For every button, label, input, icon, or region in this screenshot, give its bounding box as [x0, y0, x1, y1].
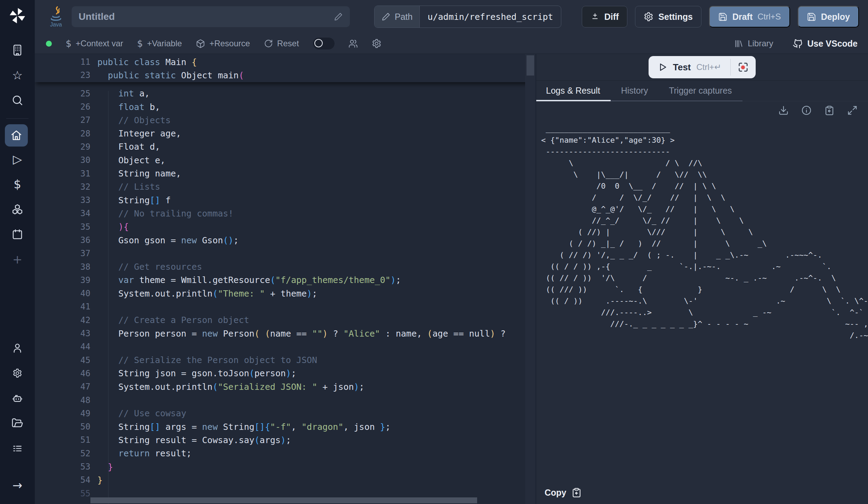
expand-icon[interactable] [847, 105, 858, 116]
code-line-41[interactable]: 41 [35, 300, 536, 313]
line-number: 30 [35, 155, 90, 165]
code-line-54[interactable]: 54} [35, 473, 536, 487]
sidebar-item-folder[interactable] [5, 411, 30, 436]
code-line-33[interactable]: 33 String[] f [35, 194, 536, 207]
editor-horizontal-scrollbar-thumb[interactable] [90, 497, 477, 503]
top-bar: Java Untitled Path u/admin/refreshed_scr… [35, 0, 868, 33]
script-title-input[interactable]: Untitled [72, 6, 350, 27]
library-button[interactable]: Library [734, 39, 773, 48]
code-line-27[interactable]: 27 // Objects [35, 113, 536, 127]
code-line-11[interactable]: 11public class Main { [35, 55, 536, 69]
code-line-26[interactable]: 26 float b, [35, 100, 536, 113]
code-line-23[interactable]: 23 public static Object main( [35, 69, 536, 82]
tab-logs-result[interactable]: Logs & Result [536, 81, 611, 101]
add-resource-button[interactable]: +Resource [196, 39, 250, 48]
line-number: 53 [35, 462, 90, 472]
status-dot [46, 41, 52, 47]
tab-history[interactable]: History [611, 81, 659, 101]
code-text: // Lists [97, 182, 160, 192]
draft-button[interactable]: Draft Ctrl+S [709, 6, 790, 27]
code-line-32[interactable]: 32 // Lists [35, 180, 536, 194]
sidebar-item-gear[interactable] [5, 361, 30, 386]
capture-run-button[interactable] [731, 56, 756, 78]
code-text: Float d, [97, 142, 160, 152]
add-resource-label: +Resource [209, 39, 250, 48]
sidebar-item-person[interactable] [5, 336, 30, 361]
line-number: 51 [35, 435, 90, 445]
line-number: 44 [35, 342, 90, 352]
diff-button[interactable]: Diff [582, 6, 628, 27]
code-line-34[interactable]: 34 // No trailing commas! [35, 207, 536, 220]
code-editor[interactable]: 11public class Main {23 public static Ob… [35, 54, 536, 504]
editor-lines[interactable]: 25 int a,26 float b,27 // Objects28 Inte… [35, 82, 536, 500]
sidebar-item-building[interactable] [5, 38, 30, 63]
path-button[interactable]: Path [375, 6, 420, 27]
use-vscode-button[interactable]: Use VScode [793, 38, 858, 49]
assistant-toggle[interactable] [313, 38, 335, 49]
code-line-44[interactable]: 44 [35, 340, 536, 353]
sidebar-item-dollar[interactable]: $ [5, 172, 30, 197]
code-line-30[interactable]: 30 Object e, [35, 153, 536, 167]
editor-vertical-scrollbar[interactable] [525, 54, 536, 504]
code-line-25[interactable]: 25 int a, [35, 87, 536, 100]
code-line-37[interactable]: 37 [35, 247, 536, 260]
code-line-53[interactable]: 53 } [35, 460, 536, 473]
code-line-48[interactable]: 48 [35, 393, 536, 407]
code-line-28[interactable]: 28 Integer age, [35, 127, 536, 140]
tab-trigger-captures[interactable]: Trigger captures [658, 81, 742, 101]
sidebar-item-play[interactable]: ▷ [5, 147, 30, 172]
code-line-46[interactable]: 46 String json = gson.toJson(person); [35, 367, 536, 380]
deploy-label: Deploy [821, 12, 850, 22]
edit-title-pencil-icon[interactable] [334, 12, 343, 21]
reset-button[interactable]: Reset [264, 39, 299, 48]
collaborators-button[interactable] [348, 39, 358, 48]
path-group[interactable]: Path u/admin/refreshed_script [374, 6, 561, 28]
code-line-47[interactable]: 47 System.out.println("Serialized JSON: … [35, 380, 536, 393]
code-text: Person person = new Person( (name == "")… [97, 329, 506, 339]
code-line-50[interactable]: 50 String[] args = new String[]{"-f", "d… [35, 420, 536, 433]
code-line-38[interactable]: 38 // Get resources [35, 260, 536, 273]
code-line-43[interactable]: 43 Person person = new Person( (name == … [35, 327, 536, 340]
code-line-31[interactable]: 31 String name, [35, 167, 536, 180]
info-icon[interactable] [801, 105, 812, 116]
code-line-35[interactable]: 35 ){ [35, 220, 536, 234]
code-line-42[interactable]: 42 // Create a Person object [35, 314, 536, 327]
copy-result-button[interactable]: Copy [545, 487, 868, 504]
windmill-logo-icon[interactable] [7, 6, 27, 26]
sidebar-item-star[interactable]: ☆ [5, 63, 30, 88]
editor-vertical-scrollbar-thumb[interactable] [527, 55, 534, 76]
code-line-29[interactable]: 29 Float d, [35, 140, 536, 153]
sidebar-item-search[interactable] [5, 88, 30, 113]
add-context-var-button[interactable]: $ +Context var [66, 38, 123, 49]
sidebar-item-plus[interactable]: + [5, 247, 30, 272]
code-text: String json = gson.toJson(person); [97, 368, 296, 378]
sidebar-item-arrow-right[interactable]: → [5, 473, 30, 498]
result-actions [536, 101, 868, 119]
use-vscode-label: Use VScode [807, 39, 858, 49]
code-line-40[interactable]: 40 System.out.println("Theme: " + theme)… [35, 287, 536, 300]
sidebar-item-cubes[interactable] [5, 197, 30, 222]
download-icon[interactable] [778, 105, 789, 116]
sidebar-item-home[interactable] [5, 124, 28, 147]
sidebar-item-robot[interactable] [5, 386, 30, 411]
clipboard-icon[interactable] [824, 105, 835, 116]
sidebar-item-list[interactable] [5, 436, 30, 461]
line-number: 27 [35, 115, 90, 125]
code-line-45[interactable]: 45 // Serialize the Person object to JSO… [35, 354, 536, 367]
code-text: int a, [97, 88, 150, 99]
code-line-39[interactable]: 39 var theme = Wmill.getResource("f/app_… [35, 274, 536, 287]
code-line-36[interactable]: 36 Gson gson = new Gson(); [35, 234, 536, 247]
code-line-49[interactable]: 49 // Use cowsay [35, 407, 536, 420]
settings-button[interactable]: Settings [635, 6, 701, 27]
line-number: 31 [35, 169, 90, 179]
result-output-area: ___________________________ < {"name":"A… [536, 119, 868, 485]
editor-settings-button[interactable] [372, 39, 381, 48]
test-button[interactable]: Test Ctrl+↵ [649, 56, 730, 78]
deploy-button[interactable]: Deploy [798, 6, 859, 27]
code-line-51[interactable]: 51 String result = Cowsay.say(args); [35, 433, 536, 447]
code-line-52[interactable]: 52 return result; [35, 447, 536, 460]
sidebar-mid-group: ▷$+ [5, 124, 30, 272]
sidebar-item-calendar[interactable] [5, 222, 30, 247]
star-icon: ☆ [12, 69, 23, 81]
add-variable-button[interactable]: $ +Variable [137, 38, 182, 49]
